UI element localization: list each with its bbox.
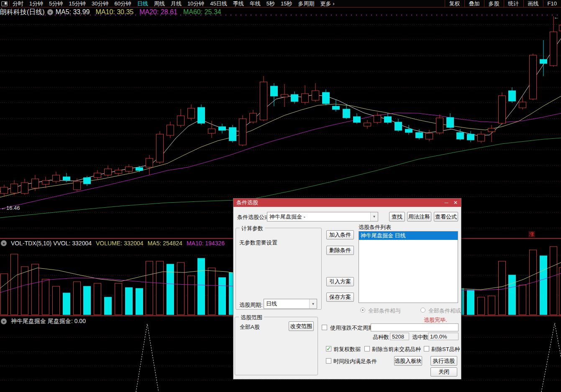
price-level-label: ←16.46: [1, 205, 20, 211]
rise-badge: 涨: [528, 231, 535, 237]
chevron-down-icon[interactable]: ▼: [370, 212, 378, 221]
count-label: 品种数: [373, 333, 389, 341]
radio-all-and-label: 全部条件相与: [368, 307, 401, 315]
delete-condition-button[interactable]: 删除条件: [326, 246, 354, 255]
chevron-down-icon[interactable]: ▾: [1, 318, 7, 324]
checkbox-forward-adjusted-label: 前复权数据: [333, 346, 361, 353]
period-label: 选股周期:: [239, 301, 263, 309]
checkbox-forward-adjusted[interactable]: [326, 346, 331, 351]
candlestick-series: [1, 16, 561, 196]
price-ma-lines: [0, 38, 561, 218]
checkbox-timespan[interactable]: [326, 358, 331, 364]
checkbox-timespan-label: 时间段内满足条件: [333, 358, 377, 365]
close-icon[interactable]: ✕: [451, 199, 460, 207]
add-condition-button[interactable]: 加入条件: [326, 230, 354, 239]
checkbox-remove-st-label: 剔除ST品种: [431, 346, 460, 353]
params-group-title: 计算参数: [240, 225, 265, 232]
indicator-name-value: 神牛尾盘掘金 尾盘掘金: 0.00: [11, 318, 86, 325]
range-group-title: 选股范围: [239, 314, 264, 321]
count-value-box: 5208: [390, 333, 409, 340]
chevron-down-icon[interactable]: ▼: [309, 299, 317, 308]
period-combobox-value: 日线: [266, 300, 277, 308]
usage-button[interactable]: 用法注释: [407, 212, 431, 221]
current-price-arrow: ←: [554, 14, 559, 20]
checkbox-remove-untraded[interactable]: [364, 346, 370, 351]
condition-list-item[interactable]: 神牛尾盘掘金 日线: [359, 232, 458, 240]
vol-ma5-value: MA5: 254824: [148, 240, 182, 247]
status-text: 选股完毕.: [424, 316, 447, 324]
dialog-title-bar[interactable]: 条件选股: [233, 199, 461, 207]
condition-stock-pick-dialog: 条件选股 ─ ✕ 条件选股公式 神牛尾盘掘金 - ▼ 查找 用法注释 查看公式 …: [233, 198, 461, 379]
range-value: 全部A股: [240, 323, 260, 331]
period-combobox[interactable]: 日线 ▼: [264, 299, 317, 309]
volume-header: ▾ VOL-TDX(5,10) VVOL: 332004 VOLUME: 332…: [0, 240, 229, 247]
variable-period-input[interactable]: [371, 323, 459, 331]
radio-all-and[interactable]: [360, 308, 365, 313]
change-range-button[interactable]: 改变范围: [289, 321, 314, 331]
minimize-icon[interactable]: ─: [442, 199, 451, 207]
checkbox-variable-period-label: 使用涨跌不定周期: [330, 324, 374, 332]
dialog-title: 条件选股: [236, 199, 258, 206]
close-button[interactable]: 关闭: [430, 367, 457, 377]
selected-label: 选中数: [412, 333, 428, 341]
condition-listbox[interactable]: 神牛尾盘掘金 日线: [359, 231, 458, 303]
indicator-header: ▾ 神牛尾盘掘金 尾盘掘金: 0.00: [0, 318, 90, 325]
selected-value-box: 1/0.0%: [428, 333, 459, 340]
formula-combobox[interactable]: 神牛尾盘掘金 - ▼: [267, 212, 378, 221]
pick-to-board-button[interactable]: 选股入板块: [394, 356, 422, 366]
formula-combobox-value: 神牛尾盘掘金 -: [269, 213, 305, 221]
radio-all-or[interactable]: [420, 308, 425, 313]
save-plan-button[interactable]: 保存方案: [326, 293, 354, 302]
checkbox-remove-untraded-label: 剔除当前未交易品种: [372, 346, 421, 353]
execute-pick-button[interactable]: 执行选股: [430, 356, 457, 366]
radio-all-or-label: 全部条件相或: [428, 307, 461, 315]
chevron-down-icon[interactable]: ▾: [1, 240, 7, 246]
import-plan-button[interactable]: 引入方案: [326, 277, 354, 286]
no-params-text: 无参数需要设置: [239, 239, 277, 247]
vol-ma10-value: MA10: 194326: [187, 240, 225, 247]
vol-volume-value: VOLUME: 332004: [96, 240, 143, 247]
checkbox-variable-period[interactable]: [322, 325, 327, 330]
checkbox-remove-st[interactable]: [424, 346, 429, 351]
vol-indicator-name: VOL-TDX(5,10) VVOL: 332004: [11, 240, 92, 247]
formula-label: 条件选股公式: [237, 214, 270, 221]
view-formula-button[interactable]: 查看公式: [434, 212, 458, 221]
condition-list-label: 选股条件列表: [359, 224, 391, 231]
find-button[interactable]: 查找: [389, 212, 405, 221]
